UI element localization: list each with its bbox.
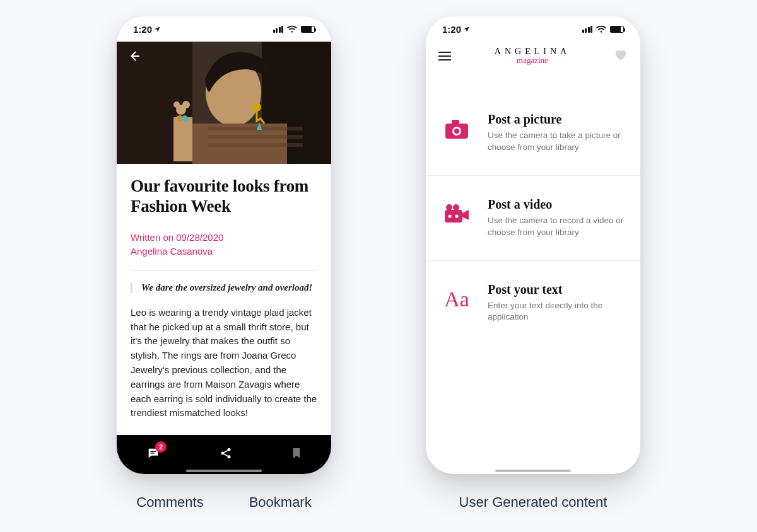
svg-point-22 <box>446 204 452 211</box>
article-quote: We dare the oversized jewelry and overlo… <box>131 282 317 293</box>
svg-point-8 <box>173 101 180 108</box>
video-camera-icon <box>442 200 471 229</box>
svg-point-14 <box>221 452 225 455</box>
wifi-icon <box>287 25 297 33</box>
svg-rect-13 <box>150 453 154 453</box>
status-bar: 1:20 <box>426 16 640 42</box>
ugc-item-desc: Use the camera to take a picture or choo… <box>488 130 628 154</box>
divider <box>131 270 317 271</box>
ugc-item-title: Post a picture <box>488 112 628 127</box>
location-arrow-icon <box>154 26 161 33</box>
ugc-item-desc: Use the camera to record a video or choo… <box>488 215 628 239</box>
share-icon <box>220 447 232 460</box>
bookmark-icon <box>291 447 302 460</box>
svg-rect-12 <box>150 451 156 451</box>
camera-icon <box>442 115 471 144</box>
location-arrow-icon <box>463 26 470 33</box>
cellular-signal-icon <box>273 26 284 33</box>
comments-button[interactable]: 2 <box>146 446 160 463</box>
back-arrow-icon[interactable] <box>127 49 141 67</box>
comments-badge: 2 <box>155 441 167 453</box>
time-value: 1:20 <box>133 24 152 35</box>
brand-logo[interactable]: ANGELINA magazine <box>495 47 570 66</box>
ugc-item-post-video[interactable]: Post a video Use the camera to record a … <box>426 176 640 261</box>
svg-point-10 <box>182 115 188 122</box>
ugc-item-title: Post your text <box>488 282 628 297</box>
header: ANGELINA magazine <box>426 42 640 68</box>
article-hero-image <box>117 42 331 164</box>
favorite-heart-icon[interactable] <box>614 49 628 64</box>
ugc-item-post-picture[interactable]: Post a picture Use the camera to take a … <box>426 91 640 176</box>
article-author: Angelina Casanova <box>131 245 317 259</box>
text-aa-icon: Aa <box>442 285 471 314</box>
svg-rect-18 <box>452 120 459 125</box>
caption-comments: Comments <box>136 494 203 511</box>
svg-rect-5 <box>173 117 192 161</box>
phone-ugc: 1:20 ANGELINA magazine <box>426 16 640 474</box>
svg-point-11 <box>252 103 261 112</box>
share-button[interactable] <box>220 447 232 462</box>
ugc-item-title: Post a video <box>488 197 628 212</box>
ugc-item-desc: Enter your text directly into the applic… <box>488 300 628 324</box>
caption-bookmark: Bookmark <box>249 494 312 511</box>
cellular-signal-icon <box>582 26 593 33</box>
phone-article: 1:20 <box>117 16 331 474</box>
home-indicator[interactable] <box>186 470 262 472</box>
status-time: 1:20 <box>442 24 470 35</box>
status-time: 1:20 <box>133 24 161 35</box>
bottom-bar: 2 <box>117 435 331 474</box>
wifi-icon <box>596 25 606 33</box>
ugc-item-post-text[interactable]: Aa Post your text Enter your text direct… <box>426 261 640 345</box>
brand-line2: magazine <box>495 55 570 66</box>
caption-ugc: User Generated content <box>459 494 607 511</box>
article-title: Our favourite looks from Fashion Week <box>131 176 317 217</box>
svg-rect-21 <box>445 210 462 223</box>
svg-point-24 <box>448 214 451 217</box>
hamburger-menu-icon[interactable] <box>438 52 451 61</box>
svg-point-7 <box>182 101 190 108</box>
status-bar: 1:20 <box>117 16 331 42</box>
battery-icon <box>301 26 315 33</box>
time-value: 1:20 <box>442 24 461 35</box>
home-indicator[interactable] <box>495 470 571 472</box>
svg-point-23 <box>453 204 459 211</box>
bookmark-button[interactable] <box>291 447 302 462</box>
svg-point-20 <box>454 129 459 134</box>
quote-text: We dare the oversized jewelry and overlo… <box>141 282 317 293</box>
ugc-list: Post a picture Use the camera to take a … <box>426 68 640 474</box>
article-date: Written on 09/28/2020 <box>131 231 317 245</box>
battery-icon <box>610 26 624 33</box>
article-body: Leo is wearing a trendy vintage plaid ja… <box>131 306 317 420</box>
svg-point-25 <box>455 214 458 217</box>
